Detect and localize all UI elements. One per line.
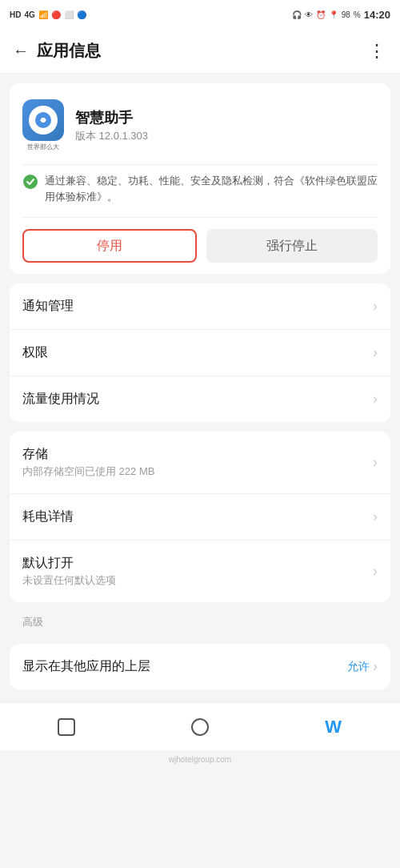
menu-item-traffic[interactable]: 流量使用情况 ›: [10, 376, 390, 422]
nav-w-icon: W: [325, 717, 342, 737]
menu-item-overlay-title: 显示在其他应用的上层: [22, 658, 150, 675]
more-options-button[interactable]: ⋮: [368, 41, 387, 62]
hd-indicator: HD: [10, 10, 21, 19]
page-title: 应用信息: [37, 40, 101, 62]
menu-item-storage-right: ›: [373, 454, 378, 471]
app-icon-label: 世界那么大: [27, 143, 59, 151]
action-buttons: 停用 强行停止: [22, 217, 378, 274]
chevron-right-icon: ›: [373, 658, 378, 675]
chevron-right-icon: ›: [373, 298, 378, 315]
notification-icon: 🔴: [51, 10, 61, 19]
menu-item-overlay[interactable]: 显示在其他应用的上层 允许 ›: [10, 644, 390, 689]
green-cert-icon: [22, 174, 38, 190]
menu-item-default-open-title: 默认打开: [22, 555, 116, 572]
menu-item-traffic-left: 流量使用情况: [22, 391, 99, 408]
menu-item-traffic-right: ›: [373, 391, 378, 408]
green-certification-label: 通过兼容、稳定、功耗、性能、安全及隐私检测，符合《软件绿色联盟应用体验标准》。: [22, 164, 378, 217]
nav-square-icon: [58, 718, 75, 736]
nav-circle-icon: [191, 718, 209, 736]
section-card-1: 通知管理 › 权限 › 流量使用情况 ›: [10, 283, 390, 422]
section-card-advanced: 显示在其他应用的上层 允许 ›: [10, 644, 390, 689]
alarm-icon: ⏰: [316, 10, 326, 19]
menu-item-default-open-left: 默认打开 未设置任何默认选项: [22, 555, 116, 588]
status-bar-left: HD 4G 📶 🔴 ⬜ 🔵: [10, 10, 86, 19]
battery-unit: %: [354, 10, 361, 19]
menu-item-default-open[interactable]: 默认打开 未设置任何默认选项 ›: [10, 540, 390, 602]
menu-item-traffic-title: 流量使用情况: [22, 391, 99, 408]
screen-icon: ⬜: [64, 10, 74, 19]
eye-icon: 👁: [305, 10, 313, 19]
menu-item-storage[interactable]: 存储 内部存储空间已使用 222 MB ›: [10, 432, 390, 494]
menu-item-notification-left: 通知管理: [22, 298, 74, 315]
chevron-right-icon: ›: [373, 391, 378, 408]
menu-item-permissions-title: 权限: [22, 344, 48, 361]
menu-item-storage-subtitle: 内部存储空间已使用 222 MB: [22, 464, 154, 479]
menu-item-default-open-right: ›: [373, 563, 378, 580]
app-icon: [22, 99, 64, 141]
menu-item-permissions[interactable]: 权限 ›: [10, 330, 390, 376]
chevron-right-icon: ›: [373, 508, 378, 525]
menu-item-default-open-subtitle: 未设置任何默认选项: [22, 573, 116, 588]
disable-button[interactable]: 停用: [22, 229, 197, 263]
menu-item-overlay-value: 允许: [347, 660, 370, 674]
menu-item-overlay-left: 显示在其他应用的上层: [22, 658, 150, 675]
app-version: 版本 12.0.1.303: [75, 129, 378, 143]
menu-item-battery-left: 耗电详情: [22, 508, 74, 525]
chevron-right-icon: ›: [373, 563, 378, 580]
status-bar: HD 4G 📶 🔴 ⬜ 🔵 🎧 👁 ⏰ 📍 98% 14:20: [0, 0, 400, 29]
menu-item-storage-title: 存储: [22, 446, 154, 463]
status-bar-right: 🎧 👁 ⏰ 📍 98% 14:20: [292, 9, 390, 21]
top-nav-left: ← 应用信息: [13, 40, 101, 62]
chevron-right-icon: ›: [373, 344, 378, 361]
nav-home-button[interactable]: [189, 716, 211, 738]
menu-item-storage-left: 存储 内部存储空间已使用 222 MB: [22, 446, 154, 479]
app-icon-wrapper: 世界那么大: [22, 99, 64, 151]
app-meta: 智慧助手 版本 12.0.1.303: [75, 108, 378, 143]
section-card-2: 存储 内部存储空间已使用 222 MB › 耗电详情 › 默认打开 未设置任何默…: [10, 432, 390, 602]
menu-item-battery-title: 耗电详情: [22, 508, 74, 525]
svg-point-2: [23, 175, 38, 189]
menu-item-battery[interactable]: 耗电详情 ›: [10, 494, 390, 540]
top-nav: ← 应用信息 ⋮: [0, 29, 400, 74]
menu-item-notification-right: ›: [373, 298, 378, 315]
app-info-section: 世界那么大 智慧助手 版本 12.0.1.303 通过兼容、稳定、功耗、性能、安…: [10, 83, 390, 274]
app-name: 智慧助手: [75, 108, 378, 127]
advanced-section-label: 高级: [0, 602, 400, 634]
app-logo-svg: [34, 111, 53, 130]
bottom-nav: W: [0, 702, 400, 750]
menu-item-permissions-right: ›: [373, 344, 378, 361]
app-icon-inner: [29, 106, 58, 135]
nav-back-button[interactable]: [55, 716, 78, 738]
back-button[interactable]: ←: [13, 42, 29, 60]
wifi-icon: 📶: [38, 10, 48, 19]
location-icon: 📍: [329, 10, 338, 19]
menu-item-notification-title: 通知管理: [22, 298, 74, 315]
svg-point-1: [41, 118, 46, 123]
app-header: 世界那么大 智慧助手 版本 12.0.1.303: [22, 99, 378, 151]
menu-item-battery-right: ›: [373, 508, 378, 525]
menu-item-overlay-right: 允许 ›: [347, 658, 378, 675]
headphone-icon: 🎧: [292, 10, 302, 19]
watermark: wjhotelgroup.com: [0, 750, 400, 766]
menu-item-permissions-left: 权限: [22, 344, 48, 361]
chevron-right-icon: ›: [373, 454, 378, 471]
bluetooth-icon: 🔵: [77, 10, 86, 19]
menu-item-notification[interactable]: 通知管理 ›: [10, 283, 390, 330]
battery-level: 98: [342, 10, 350, 19]
time-display: 14:20: [364, 9, 390, 21]
green-cert-text: 通过兼容、稳定、功耗、性能、安全及隐私检测，符合《软件绿色联盟应用体验标准》。: [45, 173, 378, 204]
nav-recents-button[interactable]: W: [322, 716, 345, 738]
signal-4g: 4G: [24, 10, 34, 19]
force-stop-button[interactable]: 强行停止: [206, 229, 378, 263]
